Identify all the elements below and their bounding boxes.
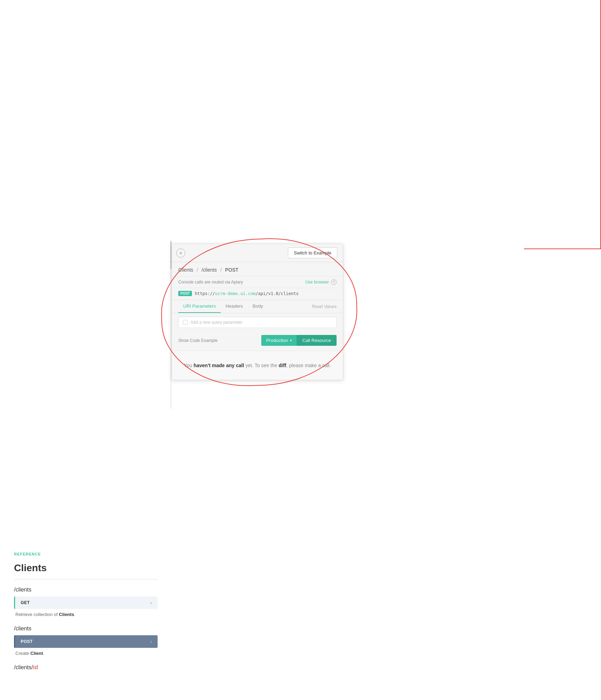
production-label: Production — [266, 338, 288, 343]
tabs-list: URI Parameters Headers Body — [178, 300, 268, 313]
add-param-row: Add a new query parameter — [179, 317, 336, 328]
path-clients-3: clients — [15, 664, 31, 670]
get-desc-1: Retrieve collection of — [15, 612, 59, 617]
result-text-3: , please make a call. — [286, 363, 331, 368]
close-button[interactable]: × — [176, 248, 185, 258]
reset-values-link[interactable]: Reset Values — [312, 304, 337, 309]
console-info-text: Console calls are routed via Apiary — [178, 280, 243, 285]
path-clients-2: clients — [15, 625, 31, 631]
endpoint-clients-get: /clients GET › Retrieve collection of Cl… — [14, 587, 158, 617]
url-text: https://ucrm-demo.ui.com/api/v1.0/client… — [195, 291, 298, 296]
api-console-panel: × Switch to Example Clients / /clients /… — [172, 244, 343, 380]
clients-title: Clients — [14, 562, 158, 580]
breadcrumb-slash-clients[interactable]: /clients — [201, 267, 217, 273]
post-desc-1: Create — [15, 651, 30, 656]
result-bold-2: diff — [278, 363, 286, 368]
post-desc-bold: Client — [30, 651, 43, 656]
result-text-1: You — [184, 363, 194, 368]
get-description: Retrieve collection of Clients. — [14, 612, 158, 617]
get-badge: GET — [21, 600, 30, 605]
tab-body[interactable]: Body — [248, 300, 268, 313]
get-desc-2: . — [74, 612, 76, 617]
query-parameter-area: Add a new query parameter — [178, 317, 337, 328]
breadcrumb-post: POST — [225, 267, 239, 273]
close-icon: × — [179, 250, 182, 256]
left-panel: REFERENCE Clients /clients GET › Retriev… — [0, 0, 172, 700]
add-param-checkbox[interactable] — [183, 320, 188, 325]
post-desc-2: . — [43, 651, 44, 656]
post-method-row[interactable]: POST › — [14, 635, 158, 648]
help-icon[interactable]: ? — [331, 279, 337, 285]
console-tabs: URI Parameters Headers Body Reset Values — [172, 300, 343, 313]
path-clients-1: clients — [15, 587, 31, 593]
result-bold-1: haven't made any call — [194, 363, 244, 368]
tab-uri-parameters[interactable]: URI Parameters — [178, 300, 221, 313]
post-description: Create Client. — [14, 651, 158, 656]
breadcrumb-sep-2: / — [220, 267, 223, 273]
endpoint-clients-id: /clients/id — [14, 664, 158, 671]
post-badge-left: POST — [21, 639, 33, 644]
switch-to-example-button[interactable]: Switch to Example — [288, 247, 337, 258]
result-text: You haven't made any call yet. To see th… — [178, 362, 337, 369]
tab-headers[interactable]: Headers — [221, 300, 248, 313]
action-right: Production ▾ Call Resource — [261, 335, 337, 346]
action-bar: Show Code Example Production ▾ Call Reso… — [172, 331, 343, 351]
post-url-badge: POST — [178, 291, 192, 296]
console-info-bar: Console calls are routed via Apiary Use … — [172, 276, 343, 288]
result-text-2: yet. To see the — [244, 363, 279, 368]
call-resource-button[interactable]: Call Resource — [297, 335, 337, 346]
annotation-line-horizontal — [524, 248, 601, 249]
chevron-right-icon: › — [150, 600, 152, 606]
url-bar: POST https://ucrm-demo.ui.com/api/v1.0/c… — [172, 288, 343, 300]
result-area: You haven't made any call yet. To see th… — [172, 351, 343, 380]
breadcrumb-sep-1: / — [197, 267, 200, 273]
endpoint-path-2: /clients — [14, 625, 158, 632]
url-prefix: https:// — [195, 291, 215, 296]
breadcrumb-clients[interactable]: Clients — [178, 267, 193, 273]
endpoint-clients-post: /clients POST › Create Client. — [14, 625, 158, 656]
breadcrumb-bar: Clients / /clients / POST — [172, 262, 343, 276]
show-code-example-link[interactable]: Show Code Example — [178, 338, 217, 343]
chevron-right-icon-2: › — [150, 639, 152, 644]
endpoint-path-3: /clients/id — [14, 664, 158, 671]
production-dropdown[interactable]: Production ▾ — [261, 335, 297, 346]
get-desc-bold: Clients — [59, 612, 74, 617]
url-path: /api/v1.0/clients — [256, 291, 299, 296]
get-method-row[interactable]: GET › — [14, 596, 158, 609]
console-topbar: × Switch to Example — [172, 244, 343, 262]
path-id: id — [33, 664, 38, 670]
url-host: ucrm-demo.ui.com — [215, 291, 256, 296]
chevron-down-icon: ▾ — [290, 338, 292, 342]
endpoint-path-1: /clients — [14, 587, 158, 593]
breadcrumb: Clients / /clients / POST — [178, 267, 337, 273]
add-param-placeholder[interactable]: Add a new query parameter — [191, 320, 242, 325]
reference-label: REFERENCE — [14, 552, 158, 556]
use-browser-link[interactable]: Use browser — [305, 280, 329, 285]
